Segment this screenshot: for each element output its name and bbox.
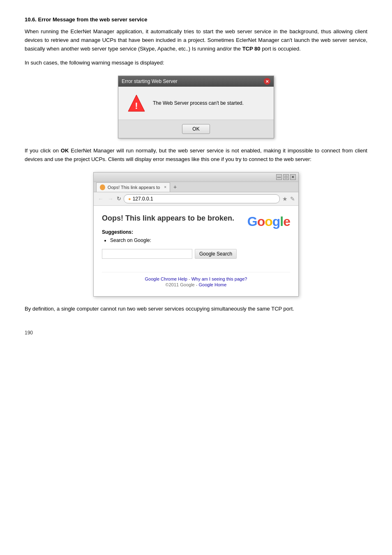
- settings-wrench-icon[interactable]: ✎: [290, 196, 295, 202]
- tab-label: Oops! This link appears to be: [108, 185, 161, 190]
- warning-icon: !: [127, 93, 146, 113]
- section-heading: 10.6. Error Message from the web server …: [25, 16, 367, 23]
- tab-favicon: [100, 184, 105, 190]
- paragraph-3: If you click on OK EclerNet Manager will…: [25, 147, 367, 164]
- address-lock-icon: ●: [128, 196, 131, 201]
- browser-window-container: — □ ✕ Oops! This link appears to be × + …: [25, 172, 367, 297]
- maximize-button[interactable]: □: [283, 174, 289, 180]
- google-logo: Google: [247, 214, 290, 229]
- suggestion-item: Search on Google:: [110, 237, 237, 243]
- error-dialog-body: ! The Web Server process can't be starte…: [118, 87, 274, 120]
- google-home-link[interactable]: Google Home: [199, 282, 227, 287]
- close-window-button[interactable]: ✕: [290, 174, 296, 180]
- browser-window: — □ ✕ Oops! This link appears to be × + …: [93, 172, 299, 297]
- chrome-help-link[interactable]: Google Chrome Help: [145, 276, 187, 281]
- browser-copyright: ©2011 Google - Google Home: [102, 282, 290, 287]
- error-page-main: Oops! This link appears to be broken. Su…: [102, 214, 290, 265]
- paragraph-2: In such cases, the following warning mes…: [25, 59, 367, 67]
- browser-titlebar: — □ ✕: [94, 173, 298, 182]
- browser-navbar: ← → ↻ ● 127.0.0.1 ★ ✎: [94, 192, 298, 206]
- error-dialog-titlebar: Error starting Web Server ✕: [118, 76, 274, 87]
- error-dialog-title: Error starting Web Server: [122, 78, 178, 84]
- new-tab-button[interactable]: +: [170, 182, 180, 192]
- suggestions-label: Suggestions:: [102, 229, 237, 235]
- back-button[interactable]: ←: [97, 196, 104, 202]
- ok-button[interactable]: OK: [182, 124, 210, 134]
- error-dialog-container: Error starting Web Server ✕ ! The Web Se…: [25, 76, 367, 138]
- address-bar[interactable]: ● 127.0.0.1: [124, 194, 280, 203]
- paragraph-4: By definition, a single computer cannot …: [25, 305, 367, 313]
- error-page-heading: Oops! This link appears to be broken.: [102, 214, 237, 223]
- search-input[interactable]: [102, 249, 192, 259]
- browser-tabs: Oops! This link appears to be × +: [94, 182, 298, 192]
- google-search-button[interactable]: Google Search: [195, 249, 237, 259]
- error-dialog-footer: OK: [118, 120, 274, 138]
- forward-button[interactable]: →: [107, 196, 114, 202]
- paragraph-1: When running the EclerNet Manager applic…: [25, 28, 367, 53]
- refresh-button[interactable]: ↻: [117, 196, 121, 202]
- error-dialog-message: The Web Server process can't be started.: [153, 100, 244, 106]
- suggestions-list: Search on Google:: [102, 237, 237, 243]
- svg-text:!: !: [135, 101, 138, 111]
- browser-tab-active[interactable]: Oops! This link appears to be ×: [96, 182, 170, 192]
- page-number: 190: [25, 330, 367, 336]
- browser-footer: Google Chrome Help - Why am I seeing thi…: [102, 272, 290, 289]
- browser-content: Oops! This link appears to be broken. Su…: [94, 206, 298, 296]
- tab-close-button[interactable]: ×: [164, 185, 166, 189]
- minimize-button[interactable]: —: [276, 174, 282, 180]
- address-text: 127.0.0.1: [133, 196, 153, 202]
- browser-footer-links: Google Chrome Help - Why am I seeing thi…: [102, 276, 290, 281]
- error-page-heading-section: Oops! This link appears to be broken. Su…: [102, 214, 237, 265]
- error-dialog-close-button[interactable]: ✕: [264, 78, 270, 85]
- error-dialog: Error starting Web Server ✕ ! The Web Se…: [118, 76, 274, 138]
- search-row: Google Search: [102, 249, 237, 259]
- why-seeing-link[interactable]: Why am I seeing this page?: [191, 276, 247, 281]
- bookmark-star-icon[interactable]: ★: [282, 196, 288, 202]
